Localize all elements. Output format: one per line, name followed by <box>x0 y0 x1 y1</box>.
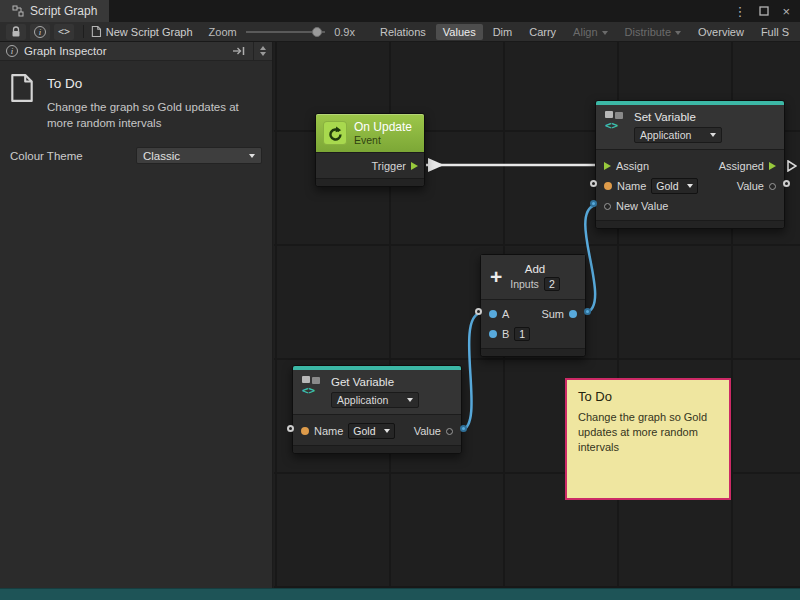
align-dropdown[interactable]: Align <box>566 24 614 40</box>
scroll-down-icon[interactable] <box>260 52 266 56</box>
distribute-label: Distribute <box>625 26 671 38</box>
add-body: A Sum B 1 <box>481 299 585 348</box>
inputs-label: Inputs <box>510 278 539 290</box>
scroll-spinner <box>253 42 266 61</box>
dock-icon[interactable] <box>232 46 245 56</box>
new-value-edge-port[interactable] <box>590 200 597 207</box>
note-icon <box>10 74 34 102</box>
b-input-port[interactable] <box>489 330 497 338</box>
zoom-slider-handle[interactable] <box>312 27 322 37</box>
graph-inspector-header: i Graph Inspector <box>0 42 272 61</box>
value-label: Value <box>737 180 764 192</box>
a-input-port[interactable] <box>489 310 497 318</box>
inputs-count-field[interactable]: 2 <box>544 277 560 291</box>
variables-icon: <> <box>603 110 627 132</box>
window-controls: ⋮ × <box>733 0 800 22</box>
name-value-dropdown[interactable]: Gold <box>348 423 394 439</box>
name-edge-port[interactable] <box>590 180 597 187</box>
value-output-port[interactable] <box>769 183 776 190</box>
node-footer <box>316 178 424 186</box>
name-value-dropdown[interactable]: Gold <box>651 178 697 194</box>
add-node[interactable]: + Add Inputs 2 A Sum <box>480 254 586 357</box>
node-footer <box>596 220 784 228</box>
name-input-port[interactable] <box>301 427 309 435</box>
carry-button[interactable]: Carry <box>522 24 563 40</box>
chevron-down-icon <box>710 133 716 137</box>
distribute-dropdown[interactable]: Distribute <box>618 24 688 40</box>
wire-add-to-newvalue[interactable] <box>585 205 595 313</box>
svg-text:<>: <> <box>302 384 316 397</box>
node-title: Set Variable <box>634 110 722 124</box>
overview-button[interactable]: Overview <box>691 24 751 40</box>
relations-button[interactable]: Relations <box>373 24 433 40</box>
assigned-edge-port[interactable] <box>787 160 797 172</box>
dim-button[interactable]: Dim <box>486 24 520 40</box>
chevron-down-icon <box>687 184 693 188</box>
variable-scope-dropdown[interactable]: Application <box>331 392 419 408</box>
zoom-slider[interactable] <box>246 31 325 33</box>
name-edge-port[interactable] <box>287 425 294 432</box>
value-edge-port[interactable] <box>460 425 467 432</box>
name-input-port[interactable] <box>604 182 612 190</box>
assign-input-port[interactable] <box>604 162 611 170</box>
toolbar-divider <box>83 25 84 38</box>
b-value-field[interactable]: 1 <box>514 327 530 341</box>
a-edge-port[interactable] <box>475 308 482 315</box>
assigned-output-port[interactable] <box>769 162 776 170</box>
wire-getvariable-to-add[interactable] <box>462 313 480 430</box>
scroll-up-icon[interactable] <box>260 46 266 50</box>
chevron-down-icon <box>675 31 681 35</box>
on-update-node[interactable]: On Update Event Trigger <box>315 113 425 187</box>
trigger-output-port[interactable] <box>411 162 418 170</box>
sticky-note[interactable]: To Do Change the graph so Gold updates a… <box>565 378 731 500</box>
colour-theme-dropdown[interactable]: Classic <box>136 147 262 164</box>
name-port-row: Name Gold Value <box>293 421 461 441</box>
add-header: + Add Inputs 2 <box>481 255 585 299</box>
graph-inspector-panel: i Graph Inspector To Do <box>0 42 273 588</box>
inspector-toggle-button[interactable]: i <box>30 24 50 40</box>
trigger-port-label: Trigger <box>372 160 406 172</box>
get-variable-node[interactable]: <> Get Variable Application Name Gold <box>292 365 462 454</box>
a-port-row: A Sum <box>481 304 585 324</box>
inspector-todo-section: To Do Change the graph so Gold updates a… <box>0 61 272 139</box>
wire-arrowhead-icon <box>428 158 444 172</box>
todo-text[interactable]: Change the graph so Gold updates at more… <box>47 99 253 131</box>
name-label: Name <box>314 425 343 437</box>
graph-toolbar: i <> New Script Graph Zoom 0.9x Relation… <box>0 22 800 42</box>
scope-value: Application <box>337 394 388 406</box>
set-variable-header-text: Set Variable Application <box>634 110 722 143</box>
get-variable-header-text: Get Variable Application <box>331 375 419 408</box>
todo-title: To Do <box>47 76 253 91</box>
name-value: Gold <box>353 425 375 437</box>
get-variable-header: <> Get Variable Application <box>293 370 461 414</box>
graph-name-label[interactable]: New Script Graph <box>106 26 193 38</box>
window-menu-icon[interactable]: ⋮ <box>733 5 746 18</box>
sticky-note-title: To Do <box>578 389 718 404</box>
graph-canvas[interactable]: On Update Event Trigger <> Set Variab <box>274 42 800 588</box>
values-button[interactable]: Values <box>436 24 483 40</box>
trigger-port-row: Trigger <box>316 152 424 178</box>
graph-inspector-title: Graph Inspector <box>24 45 106 57</box>
node-subtitle: Event <box>354 134 412 146</box>
lock-button[interactable] <box>6 24 26 40</box>
value-edge-port[interactable] <box>783 180 790 187</box>
window-maximize-icon[interactable] <box>759 6 769 16</box>
new-value-input-port[interactable] <box>604 203 611 210</box>
code-preview-button[interactable]: <> <box>54 24 74 40</box>
value-output-port[interactable] <box>446 428 453 435</box>
set-variable-header: <> Set Variable Application <box>596 105 784 149</box>
fullscreen-button[interactable]: Full S <box>754 24 796 40</box>
zoom-value: 0.9x <box>334 26 355 38</box>
tab-script-graph[interactable]: Script Graph <box>0 0 109 22</box>
node-title: Get Variable <box>331 375 419 389</box>
set-variable-node[interactable]: <> Set Variable Application Assign Assig… <box>595 100 785 229</box>
sum-output-port[interactable] <box>569 310 577 318</box>
window-close-icon[interactable]: × <box>782 5 790 18</box>
assign-port-row: Assign Assigned <box>596 156 784 176</box>
chevron-down-icon <box>384 429 390 433</box>
variable-scope-dropdown[interactable]: Application <box>634 127 722 143</box>
sum-edge-port[interactable] <box>584 308 591 315</box>
script-graph-icon <box>12 5 24 17</box>
chevron-down-icon <box>407 398 413 402</box>
node-footer <box>481 348 585 356</box>
